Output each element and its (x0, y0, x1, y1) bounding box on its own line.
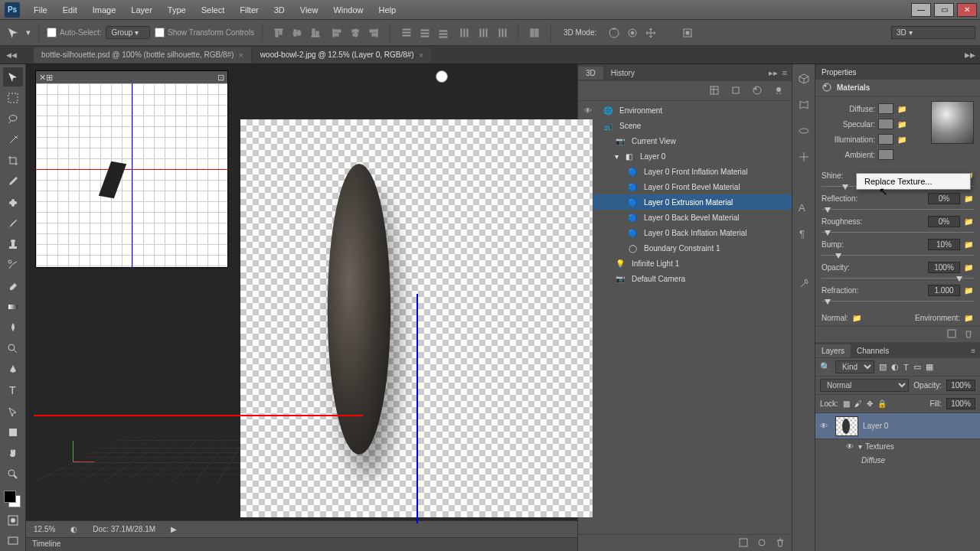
distribute-hcenter-icon[interactable] (475, 24, 492, 41)
menu-select[interactable]: Select (194, 2, 233, 18)
maximize-button[interactable]: ▭ (934, 3, 954, 17)
secondary-menu-icon[interactable]: ⊡ (217, 73, 224, 83)
auto-select-checkbox[interactable]: Auto-Select: (47, 28, 101, 37)
property-value[interactable]: 1.000 (928, 285, 960, 296)
tree-row[interactable]: 👁📺Scene (578, 118, 792, 133)
fill-value[interactable]: 100% (946, 398, 975, 409)
property-slider[interactable] (815, 276, 980, 282)
menu-help[interactable]: Help (371, 2, 404, 18)
texture-folder-icon[interactable]: 📁 (897, 103, 907, 114)
texture-folder-icon[interactable]: 📁 (963, 193, 974, 204)
expand-icon[interactable]: ▾ (858, 442, 862, 451)
document-tab[interactable]: bottle-silhouette.psd @ 100% (bottle sil… (34, 47, 251, 63)
lock-all-icon[interactable]: 🔒 (877, 399, 887, 408)
auto-align-icon[interactable] (526, 24, 543, 41)
dock-tools-icon[interactable] (795, 276, 812, 292)
distribute-bottom-icon[interactable] (435, 24, 452, 41)
distribute-vcenter-icon[interactable] (416, 24, 433, 41)
texture-folder-icon[interactable]: 📁 (963, 216, 974, 227)
color-swatch[interactable] (878, 134, 893, 145)
close-secondary-icon[interactable]: ✕ (39, 73, 46, 83)
minimize-button[interactable]: — (911, 3, 931, 17)
dock-cap-icon[interactable] (795, 122, 812, 139)
pen-tool[interactable] (3, 360, 23, 379)
replace-texture-item[interactable]: Replace Texture... (857, 174, 970, 189)
distribute-left-icon[interactable] (456, 24, 473, 41)
layer-textures-group[interactable]: 👁 ▾ Textures (815, 439, 980, 453)
filter-smart-icon[interactable]: ▦ (926, 362, 933, 372)
filter-pixel-icon[interactable]: ▧ (879, 362, 887, 372)
marquee-tool[interactable] (3, 88, 23, 107)
3d-roll-icon[interactable] (624, 24, 641, 41)
layers-menu-icon[interactable]: ≡ (971, 347, 980, 355)
material-picker-icon[interactable] (946, 328, 957, 341)
tree-row[interactable]: 👁🌐Environment (578, 103, 792, 118)
render-settings-icon[interactable] (738, 537, 749, 549)
canvas-viewport[interactable]: ✕ ⊞ ⊡ (26, 64, 577, 520)
close-tab-icon[interactable]: × (238, 51, 243, 60)
align-right-icon[interactable] (365, 24, 382, 41)
property-slider[interactable] (815, 207, 980, 213)
property-value[interactable]: 10% (928, 239, 960, 250)
expand-tabs-icon[interactable]: ▶▶ (965, 51, 980, 59)
expand-icon[interactable]: ▾ (615, 152, 619, 161)
stamp-tool[interactable] (3, 235, 23, 254)
property-value[interactable]: 0% (928, 216, 960, 227)
dock-coordinates-icon[interactable] (795, 148, 812, 165)
visibility-icon[interactable]: 👁 (846, 442, 854, 451)
close-tab-icon[interactable]: × (419, 51, 423, 60)
dodge-tool[interactable] (3, 339, 23, 358)
normal-folder-icon[interactable]: 📁 (851, 312, 862, 323)
texture-folder-icon[interactable]: 📁 (897, 134, 907, 145)
color-swatch[interactable] (878, 103, 893, 114)
wand-tool[interactable] (3, 130, 23, 149)
hand-tool[interactable] (3, 444, 23, 463)
menu-filter[interactable]: Filter (232, 2, 266, 18)
texture-folder-icon[interactable]: 📁 (963, 262, 974, 272)
delete-icon[interactable] (775, 537, 786, 549)
light-widget-icon[interactable] (436, 70, 448, 83)
axis-gizmo[interactable] (68, 436, 99, 467)
move-tool-dropdown-icon[interactable]: ▾ (26, 28, 31, 37)
doc-info-dropdown-icon[interactable]: ▶ (171, 525, 177, 533)
3d-rotate-icon[interactable] (606, 24, 622, 41)
document-tab[interactable]: wood-bowl-2.jpg @ 12.5% (Layer 0, RGB/8#… (253, 47, 431, 63)
tree-row[interactable]: 👁🔵Layer 0 Back Bevel Material (578, 210, 792, 225)
menu-3d[interactable]: 3D (266, 2, 292, 18)
layers-tab[interactable]: Layers (815, 344, 851, 357)
filter-material-icon[interactable] (752, 85, 763, 97)
texture-folder-icon[interactable]: 📁 (963, 285, 974, 295)
color-swatch[interactable] (878, 119, 893, 129)
property-slider[interactable] (815, 253, 980, 259)
filter-kind-select[interactable]: Kind (835, 360, 874, 373)
mode3d-dropdown[interactable]: 3D ▾ (891, 26, 975, 39)
tree-row[interactable]: 📷Default Camera (578, 271, 792, 286)
filter-scene-icon[interactable] (709, 85, 720, 97)
gradient-tool[interactable] (3, 297, 23, 316)
property-value[interactable]: 0% (928, 193, 960, 204)
heal-tool[interactable] (3, 193, 23, 212)
type-tool[interactable]: T (3, 381, 23, 400)
opacity-value[interactable]: 100% (946, 380, 975, 391)
menu-edit[interactable]: Edit (55, 2, 85, 18)
new-light-icon[interactable] (756, 537, 767, 549)
tree-row[interactable]: 📷Current View (578, 133, 792, 148)
dock-mesh-icon[interactable] (795, 70, 812, 87)
align-hcenter-icon[interactable] (347, 24, 364, 41)
brush-tool[interactable] (3, 214, 23, 233)
distribute-right-icon[interactable] (493, 24, 510, 41)
blend-mode-select[interactable]: Normal (820, 379, 909, 392)
trash-icon[interactable] (963, 328, 974, 341)
screenmode-toggle[interactable] (3, 532, 23, 551)
align-left-icon[interactable] (328, 24, 345, 41)
lock-position-icon[interactable]: ✥ (867, 399, 873, 408)
filter-adjust-icon[interactable]: ◐ (891, 362, 899, 372)
auto-select-target[interactable]: Group ▾ (106, 26, 150, 39)
property-slider[interactable] (815, 298, 980, 305)
crop-tool[interactable] (3, 151, 23, 170)
menu-type[interactable]: Type (160, 2, 194, 18)
filter-light-icon[interactable] (773, 85, 784, 97)
zoom-level[interactable]: 12.5% (34, 525, 55, 533)
align-bottom-icon[interactable] (307, 24, 324, 41)
texture-folder-icon[interactable]: 📁 (963, 239, 974, 249)
